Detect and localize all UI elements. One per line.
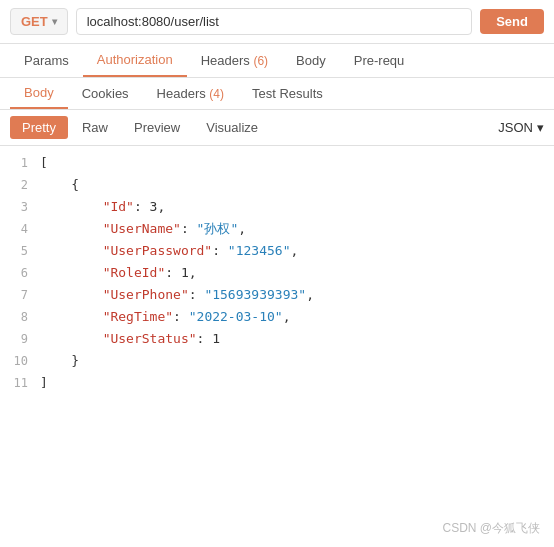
code-line: 1 [: [0, 152, 554, 174]
format-type-label: JSON: [498, 120, 533, 135]
line-content: {: [40, 174, 554, 196]
line-number: 11: [0, 372, 40, 394]
line-content: "RegTime": "2022-03-10",: [40, 306, 554, 328]
url-input[interactable]: [76, 8, 472, 35]
subtab-body[interactable]: Body: [10, 78, 68, 109]
sub-tabs: Body Cookies Headers (4) Test Results: [0, 78, 554, 110]
code-line: 3 "Id": 3,: [0, 196, 554, 218]
format-type-select[interactable]: JSON ▾: [498, 120, 544, 135]
line-number: 10: [0, 350, 40, 372]
line-content: "RoleId": 1,: [40, 262, 554, 284]
line-number: 6: [0, 262, 40, 284]
tab-params[interactable]: Params: [10, 45, 83, 76]
method-label: GET: [21, 14, 48, 29]
top-tabs: Params Authorization Headers (6) Body Pr…: [0, 44, 554, 78]
format-buttons: Pretty Raw Preview Visualize: [10, 116, 270, 139]
line-number: 3: [0, 196, 40, 218]
format-visualize[interactable]: Visualize: [194, 116, 270, 139]
line-content: "UserPassword": "123456",: [40, 240, 554, 262]
code-line: 9 "UserStatus": 1: [0, 328, 554, 350]
code-line: 2 {: [0, 174, 554, 196]
subtab-headers[interactable]: Headers (4): [143, 79, 238, 108]
format-pretty[interactable]: Pretty: [10, 116, 68, 139]
format-bar: Pretty Raw Preview Visualize JSON ▾: [0, 110, 554, 146]
line-number: 1: [0, 152, 40, 174]
send-button[interactable]: Send: [480, 9, 544, 34]
code-line: 11 ]: [0, 372, 554, 394]
tab-body[interactable]: Body: [282, 45, 340, 76]
line-content: "UserPhone": "15693939393",: [40, 284, 554, 306]
line-number: 8: [0, 306, 40, 328]
subtab-cookies[interactable]: Cookies: [68, 79, 143, 108]
tab-authorization[interactable]: Authorization: [83, 44, 187, 77]
format-type-chevron-icon: ▾: [537, 120, 544, 135]
format-raw[interactable]: Raw: [70, 116, 120, 139]
code-line: 7 "UserPhone": "15693939393",: [0, 284, 554, 306]
code-area: 1 [ 2 { 3 "Id": 3, 4 "UserName": "孙权", 5…: [0, 146, 554, 541]
code-line: 5 "UserPassword": "123456",: [0, 240, 554, 262]
method-chevron-icon: ▾: [52, 16, 57, 27]
line-number: 2: [0, 174, 40, 196]
line-number: 5: [0, 240, 40, 262]
url-bar: GET ▾ Send: [0, 0, 554, 44]
line-content: [: [40, 152, 554, 174]
line-number: 4: [0, 218, 40, 240]
line-content: ]: [40, 372, 554, 394]
line-content: "UserName": "孙权",: [40, 218, 554, 240]
line-content: "Id": 3,: [40, 196, 554, 218]
line-number: 9: [0, 328, 40, 350]
code-line: 4 "UserName": "孙权",: [0, 218, 554, 240]
method-select[interactable]: GET ▾: [10, 8, 68, 35]
code-line: 8 "RegTime": "2022-03-10",: [0, 306, 554, 328]
line-content: "UserStatus": 1: [40, 328, 554, 350]
subtab-testresults[interactable]: Test Results: [238, 79, 337, 108]
watermark: CSDN @今狐飞侠: [442, 520, 540, 537]
code-line: 10 }: [0, 350, 554, 372]
format-preview[interactable]: Preview: [122, 116, 192, 139]
line-number: 7: [0, 284, 40, 306]
tab-headers[interactable]: Headers (6): [187, 45, 282, 76]
code-line: 6 "RoleId": 1,: [0, 262, 554, 284]
line-content: }: [40, 350, 554, 372]
tab-prereq[interactable]: Pre-requ: [340, 45, 419, 76]
